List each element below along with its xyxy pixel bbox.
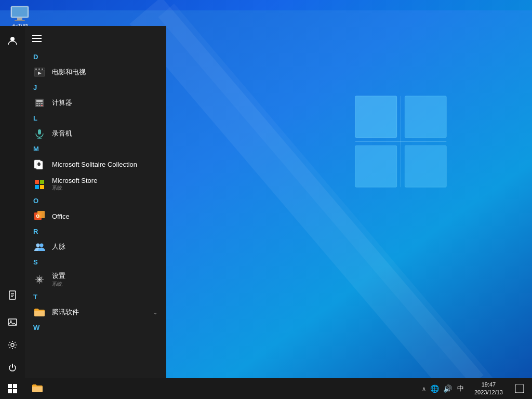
calc-icon (33, 97, 46, 109)
app-item-office[interactable]: O Office (25, 207, 166, 225)
svg-line-1 (145, 10, 468, 389)
settings-info: 设置 系统 (52, 271, 65, 288)
solitaire-name: Microsoft Solitaire Collection (52, 161, 137, 168)
store-icon (33, 178, 46, 191)
store-name: Microsoft Store (52, 177, 97, 184)
systray: ∧ 🌐 🔊 中 (419, 384, 468, 393)
svg-rect-31 (36, 100, 43, 102)
app-item-movies[interactable]: 电影和电视 (25, 63, 166, 82)
taskbar-notification-button[interactable] (509, 378, 530, 399)
svg-rect-5 (355, 145, 397, 187)
app-item-tencent[interactable]: 腾讯软件 ⌄ (25, 303, 166, 322)
svg-rect-33 (39, 103, 41, 104)
app-item-contacts[interactable]: 人脉 (25, 237, 166, 256)
taskbar-right-area: ∧ 🌐 🔊 中 19:47 2023/12/13 (419, 378, 532, 399)
settings-icon (33, 273, 46, 286)
app-item-calculator[interactable]: 计算器 (25, 94, 166, 112)
solitaire-icon (33, 158, 46, 170)
section-r: R (25, 225, 166, 237)
app-item-recorder[interactable]: 录音机 (25, 124, 166, 143)
sidebar-item-user[interactable] (2, 30, 23, 51)
svg-point-20 (11, 343, 14, 347)
sidebar-item-document[interactable] (2, 285, 23, 305)
thispc-icon (9, 5, 30, 22)
svg-rect-37 (41, 105, 43, 106)
svg-point-50 (36, 244, 40, 247)
svg-rect-45 (35, 185, 39, 189)
svg-rect-32 (36, 103, 38, 104)
svg-rect-46 (40, 185, 44, 189)
office-icon: O (33, 210, 46, 222)
volume-icon[interactable]: 🔊 (443, 384, 452, 393)
svg-rect-10 (12, 7, 28, 17)
movies-info: 电影和电视 (52, 68, 86, 77)
recorder-icon (33, 127, 46, 140)
network-icon[interactable]: 🌐 (430, 384, 439, 393)
svg-rect-56 (8, 389, 12, 393)
windows-logo-desktop (350, 91, 451, 192)
taskbar-file-explorer-button[interactable] (25, 378, 50, 399)
start-sidebar (0, 26, 25, 378)
clock-time: 19:47 (482, 381, 496, 389)
tencent-arrow: ⌄ (153, 309, 158, 316)
svg-rect-6 (405, 145, 446, 187)
calc-name: 计算器 (52, 98, 72, 108)
store-subtitle: 系统 (52, 184, 97, 192)
section-s: S (25, 256, 166, 268)
svg-text:O: O (36, 214, 39, 219)
systray-chevron[interactable]: ∧ (422, 385, 426, 392)
sidebar-item-settings[interactable] (2, 335, 23, 355)
svg-rect-36 (39, 105, 41, 106)
svg-point-51 (40, 244, 44, 247)
svg-point-52 (38, 278, 41, 281)
taskbar: ∧ 🌐 🔊 中 19:47 2023/12/13 (0, 378, 532, 399)
recorder-name: 录音机 (52, 129, 72, 138)
svg-rect-44 (40, 180, 44, 184)
settings-subtitle: 系统 (52, 281, 65, 288)
svg-rect-28 (42, 69, 43, 70)
app-list: D 电影和电视 J (25, 26, 166, 378)
section-d: D (25, 51, 166, 63)
contacts-icon (33, 241, 46, 253)
svg-rect-12 (15, 20, 25, 21)
sidebar-item-photos[interactable] (2, 312, 23, 332)
movies-icon (33, 66, 46, 78)
svg-line-2 (166, 10, 488, 389)
svg-rect-34 (41, 103, 43, 104)
tencent-folder-icon (33, 306, 46, 318)
svg-point-13 (10, 37, 15, 41)
taskbar-start-button[interactable] (0, 378, 25, 399)
section-m: M (25, 143, 166, 155)
svg-rect-54 (8, 384, 12, 388)
section-j: J (25, 82, 166, 94)
svg-rect-38 (38, 129, 41, 135)
svg-rect-35 (36, 105, 38, 106)
svg-point-19 (10, 321, 12, 322)
section-w: W (25, 322, 166, 334)
svg-rect-11 (17, 18, 22, 20)
svg-rect-43 (35, 180, 39, 184)
settings-name: 设置 (52, 271, 65, 281)
tencent-name: 腾讯软件 (52, 308, 79, 317)
taskbar-clock[interactable]: 19:47 2023/12/13 (470, 381, 507, 397)
section-t: T (25, 291, 166, 303)
section-o: O (25, 195, 166, 207)
svg-rect-55 (13, 384, 17, 388)
svg-rect-57 (13, 389, 17, 393)
svg-rect-27 (38, 69, 40, 70)
app-item-store[interactable]: Microsoft Store 系统 (25, 174, 166, 195)
store-info: Microsoft Store 系统 (52, 177, 97, 192)
start-menu: D 电影和电视 J (0, 26, 166, 378)
svg-rect-58 (515, 384, 524, 393)
movies-name: 电影和电视 (52, 68, 86, 77)
app-item-settings[interactable]: 设置 系统 (25, 268, 166, 291)
svg-rect-4 (405, 96, 446, 138)
clock-date: 2023/12/13 (474, 389, 503, 396)
svg-rect-3 (355, 96, 397, 138)
hamburger-button[interactable] (25, 26, 166, 51)
app-item-solitaire[interactable]: Microsoft Solitaire Collection (25, 155, 166, 174)
contacts-name: 人脉 (52, 242, 65, 251)
sidebar-item-power[interactable] (2, 357, 23, 378)
ime-indicator[interactable]: 中 (456, 384, 465, 393)
section-l: L (25, 112, 166, 124)
